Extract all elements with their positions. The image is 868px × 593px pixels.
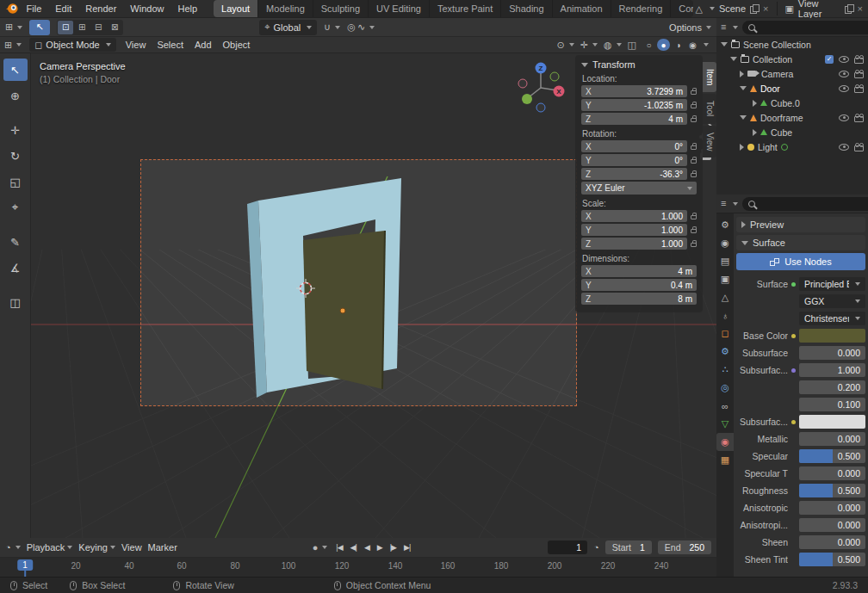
outliner-row-doorframe[interactable]: Doorframe [716, 110, 868, 125]
select-mode-set[interactable]: ⊡ [58, 21, 73, 34]
menu-object[interactable]: Object [221, 40, 252, 50]
tab-view[interactable]: View [703, 126, 716, 158]
transform-panel-header[interactable]: Transform [581, 59, 697, 70]
proportional-editing-button[interactable]: ◎ ∿ [347, 22, 375, 32]
hide-eye-icon[interactable] [839, 85, 849, 92]
tab-particles[interactable]: ∴ [716, 361, 734, 379]
subsurface-color-swatch[interactable] [799, 415, 865, 429]
search-input[interactable] [760, 22, 868, 32]
start-frame-field[interactable]: Start 1 [605, 540, 652, 554]
editor-type-button[interactable]: ⊞ [4, 40, 22, 50]
outliner-row-scene-collection[interactable]: Scene Collection [716, 37, 868, 52]
render-camera-icon[interactable] [854, 145, 864, 151]
subsurface-slider[interactable]: 0.000 [799, 346, 865, 360]
tab-active-tool[interactable]: ⚙ [716, 216, 734, 234]
workspace-tab-animation[interactable]: Animation [553, 0, 611, 17]
preview-panel-header[interactable]: Preview [736, 217, 865, 232]
workspace-tab-uv-editing[interactable]: UV Editing [369, 0, 430, 17]
menu-add[interactable]: Add [193, 40, 214, 50]
new-view-layer-icon[interactable] [845, 4, 853, 13]
outliner-row-cube0[interactable]: Cube.0 [716, 96, 868, 110]
tab-tool[interactable]: Tool [703, 94, 716, 123]
outliner-row-cube[interactable]: Cube [716, 125, 868, 139]
camera-frame-border[interactable] [140, 159, 577, 406]
menu-select[interactable]: Select [155, 40, 185, 50]
scale-y-field[interactable]: Y1.000 [581, 224, 687, 236]
use-nodes-button[interactable]: Use Nodes [736, 253, 865, 270]
render-camera-icon[interactable] [854, 116, 864, 122]
gizmos-dropdown[interactable]: ✛ [580, 40, 598, 50]
render-camera-icon[interactable] [854, 72, 864, 78]
shading-wireframe[interactable]: ○ [642, 39, 655, 51]
hide-eye-icon[interactable] [839, 71, 849, 77]
lock-icon[interactable] [691, 173, 697, 177]
outliner-item-label[interactable]: Light [758, 142, 778, 152]
dimensions-y-field[interactable]: Y0.4 m [581, 279, 697, 291]
play-button[interactable]: ▶ [375, 541, 385, 553]
gizmo-x-neg-axis[interactable] [518, 79, 527, 88]
active-tool-button[interactable]: ↖ [29, 20, 50, 35]
outliner-item-label[interactable]: Door [760, 83, 780, 94]
outliner-item-label[interactable]: Cube.0 [771, 98, 800, 108]
hide-eye-icon[interactable] [839, 114, 849, 121]
scale-tool[interactable]: ◱ [3, 170, 28, 193]
hide-eye-icon[interactable] [839, 56, 849, 63]
outliner-row-camera[interactable]: Camera [716, 66, 868, 81]
rotation-x-field[interactable]: X0° [581, 140, 687, 152]
menu-render[interactable]: Render [79, 3, 122, 14]
expand-icon[interactable] [740, 115, 747, 120]
location-y-field[interactable]: Y-1.0235 m [581, 99, 687, 111]
chevron-down-icon[interactable] [733, 202, 738, 206]
add-cube-tool[interactable]: ◫ [3, 291, 28, 313]
new-scene-icon[interactable] [750, 4, 759, 13]
current-frame-marker[interactable]: 1 [17, 559, 33, 577]
measure-tool[interactable]: ∡ [3, 256, 28, 279]
outliner-row-collection[interactable]: Collection [716, 52, 868, 66]
menu-window[interactable]: Window [124, 3, 170, 14]
snapping-button[interactable]: ∪ [324, 22, 340, 32]
lock-icon[interactable] [691, 229, 697, 233]
jump-to-end-button[interactable]: ▶| [401, 541, 412, 553]
menu-view[interactable]: View [124, 40, 148, 50]
roughness-slider[interactable]: 0.500 [799, 484, 865, 497]
prev-keyframe-button[interactable]: ◀| [348, 541, 359, 553]
mode-dropdown[interactable]: ◻ Object Mode [29, 38, 116, 52]
menu-playback[interactable]: Playback [27, 542, 73, 553]
base-color-swatch[interactable] [799, 329, 865, 343]
scale-z-field[interactable]: Z1.000 [581, 238, 687, 250]
transform-orientation-dropdown[interactable]: ⌖ Global [259, 20, 317, 35]
properties-editor-icon[interactable]: ≡ [721, 199, 726, 208]
cursor-tool[interactable]: ⊕ [3, 84, 28, 107]
anisotropic-rotation-slider[interactable]: 0.000 [799, 518, 865, 532]
outliner-item-label[interactable]: Cube [771, 127, 792, 138]
expand-icon[interactable] [753, 100, 757, 107]
menu-keying[interactable]: Keying [78, 542, 115, 553]
menu-help[interactable]: Help [171, 3, 203, 14]
select-mode-intersect[interactable]: ⊠ [107, 21, 122, 34]
workspace-tab-rendering[interactable]: Rendering [611, 0, 672, 17]
transform-tool[interactable]: ⌖ [3, 196, 28, 219]
tab-view-layer[interactable]: ▣ [716, 270, 734, 288]
workspace-tab-shading[interactable]: Shading [501, 0, 552, 17]
expand-icon[interactable] [740, 71, 744, 77]
gizmo-y-axis[interactable] [522, 94, 532, 104]
move-tool[interactable]: ✛ [3, 119, 28, 141]
outliner-item-label[interactable]: Scene Collection [743, 40, 811, 50]
select-box-tool[interactable]: ↖ [3, 59, 28, 81]
editor-type-button[interactable]: ⊞ [5, 22, 22, 32]
metallic-slider[interactable]: 0.000 [799, 432, 865, 446]
jump-to-start-button[interactable]: |◀ [333, 541, 344, 553]
current-frame-field[interactable]: 1 [548, 540, 587, 554]
editor-type-button[interactable]: ◔ [5, 543, 21, 553]
lock-icon[interactable] [691, 159, 697, 164]
rotate-tool[interactable]: ↻ [3, 145, 28, 167]
tab-world[interactable]: ♁ [716, 306, 734, 324]
scene-selector[interactable]: Scene [719, 3, 746, 14]
outliner-row-light[interactable]: Light [716, 139, 868, 154]
distribution-dropdown[interactable]: GGX [799, 294, 865, 308]
dimensions-x-field[interactable]: X4 m [581, 265, 697, 277]
scale-x-field[interactable]: X1.000 [581, 210, 687, 222]
anisotropic-slider[interactable]: 0.000 [799, 501, 865, 515]
subsurface-radius-x[interactable]: 1.000 [799, 363, 865, 377]
expand-icon[interactable] [753, 129, 757, 136]
